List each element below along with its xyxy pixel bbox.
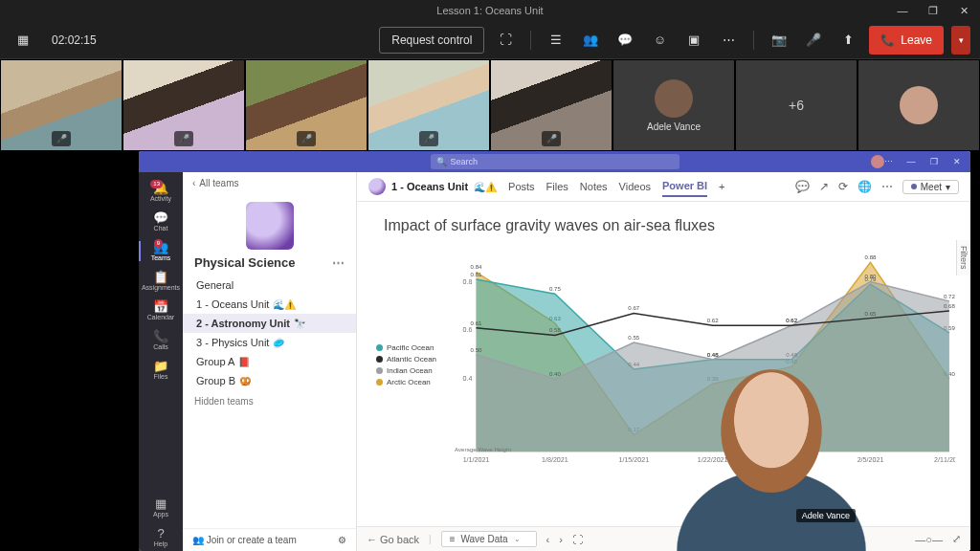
svg-text:1/8/2021: 1/8/2021 <box>542 456 568 464</box>
close-icon[interactable]: ✕ <box>951 0 976 21</box>
channel-item[interactable]: 2 - Astronomy Unit 🔭 <box>183 314 356 333</box>
svg-text:0.84: 0.84 <box>471 263 482 270</box>
filters-pane-toggle[interactable]: Filters <box>956 240 970 276</box>
tab-globe-icon[interactable]: 🌐 <box>858 180 872 193</box>
report-footer: ← Go back | ≡ Wave Data ⌄ ‹ › ⛶ —○— ⤢ <box>357 526 970 551</box>
participant-tile[interactable]: 🎤 <box>491 60 612 150</box>
channel-item[interactable]: 3 - Physics Unit 🥏 <box>183 333 356 352</box>
grid-view-icon[interactable]: ▦ <box>10 27 36 54</box>
avatar <box>655 79 693 118</box>
participant-tile[interactable]: 🎤 <box>246 60 367 150</box>
camera-icon[interactable]: 📷 <box>766 27 792 54</box>
mic-indicator-icon: 🎤 <box>52 131 71 146</box>
rail-item-calendar[interactable]: 📅Calendar <box>139 297 183 324</box>
more-icon[interactable]: ⋯ <box>715 27 742 54</box>
inner-maximize-icon[interactable]: ❐ <box>924 151 944 172</box>
leave-button[interactable]: 📞 Leave <box>869 26 944 55</box>
participant-tile[interactable]: 🎤 <box>123 60 244 150</box>
legend-item: Indian Ocean <box>376 366 449 375</box>
meet-button[interactable]: Meet ▾ <box>902 180 959 194</box>
add-tab-button[interactable]: + <box>719 177 724 196</box>
zoom-slider-icon[interactable]: —○— <box>915 534 943 545</box>
svg-text:1/15/2021: 1/15/2021 <box>618 456 649 464</box>
prev-page-button[interactable]: ‹ <box>546 534 550 545</box>
channel-item[interactable]: General <box>183 276 356 295</box>
tab-posts[interactable]: Posts <box>508 177 535 196</box>
next-page-button[interactable]: › <box>559 534 563 545</box>
svg-text:1/29/2021: 1/29/2021 <box>776 456 807 464</box>
participant-tile-named[interactable]: Adele Vance <box>613 60 734 150</box>
inner-close-icon[interactable]: ✕ <box>947 151 967 172</box>
participant-tile[interactable]: 🎤 <box>1 60 122 150</box>
app-rail: 🔔13Activity💬Chat👥9Teams📋Assignments📅Cale… <box>139 172 183 551</box>
svg-text:0.62: 0.62 <box>786 317 797 323</box>
share-icon[interactable]: ⬆ <box>835 27 861 54</box>
team-name-header[interactable]: Physical Science⋯ <box>183 253 356 276</box>
svg-text:0.67: 0.67 <box>628 304 639 311</box>
fullscreen-icon[interactable]: ⤢ <box>952 533 961 545</box>
legend-item: Atlantic Ocean <box>376 355 449 364</box>
participant-name: Adele Vance <box>647 121 701 132</box>
powerbi-report: Impact of surface gravity waves on air-s… <box>357 202 970 526</box>
chart-legend: Pacific OceanAtlantic OceanIndian OceanA… <box>372 252 449 477</box>
mic-indicator-icon: 🎤 <box>174 131 193 146</box>
participant-tile[interactable]: 🎤 <box>368 60 489 150</box>
rooms-icon[interactable]: ▣ <box>680 27 707 54</box>
chat-icon[interactable]: 💬 <box>612 27 638 54</box>
rail-item-teams[interactable]: 👥9Teams <box>139 237 183 265</box>
rail-item-chat[interactable]: 💬Chat <box>139 208 183 235</box>
rail-item-apps[interactable]: ▦Apps <box>139 494 183 521</box>
svg-text:0.48: 0.48 <box>707 351 719 358</box>
go-back-button[interactable]: ← Go back <box>367 534 419 545</box>
manage-teams-icon[interactable]: ⚙ <box>338 535 346 545</box>
all-teams-link[interactable]: ‹ All teams <box>183 172 356 194</box>
tab-power-bi[interactable]: Power BI <box>662 176 707 197</box>
channel-item[interactable]: 1 - Oceans Unit 🌊⚠️ <box>183 295 356 314</box>
tab-expand-icon[interactable]: ↗ <box>819 180 829 193</box>
channel-item[interactable]: Group A 📕 <box>183 352 356 371</box>
rail-item-files[interactable]: 📁Files <box>139 356 183 384</box>
legend-item: Arctic Ocean <box>376 378 449 386</box>
tab-chat-icon[interactable]: 💬 <box>795 180 810 193</box>
svg-text:0.50: 0.50 <box>471 346 482 353</box>
join-create-team-link[interactable]: 👥 Join or create a team <box>192 535 297 545</box>
people-icon[interactable]: 👥 <box>577 27 604 54</box>
participant-overflow-tile[interactable]: +6 <box>736 60 857 150</box>
legend-item: Pacific Ocean <box>376 343 449 352</box>
inner-search-input[interactable]: 🔍 Search <box>431 154 679 169</box>
stop-presenting-icon[interactable]: ⛶ <box>492 27 519 54</box>
rail-item-help[interactable]: ?Help <box>139 523 183 551</box>
svg-text:0.8: 0.8 <box>463 278 473 286</box>
hidden-teams-link[interactable]: Hidden teams <box>183 390 356 412</box>
participant-self-tile[interactable] <box>858 60 979 150</box>
rail-item-assignments[interactable]: 📋Assignments <box>139 267 183 295</box>
tab-videos[interactable]: Videos <box>619 177 651 196</box>
maximize-icon[interactable]: ❐ <box>921 0 946 21</box>
tab-files[interactable]: Files <box>546 177 568 196</box>
chart-canvas: 0.840.630.170.380.450.880.400.810.750.44… <box>449 252 955 477</box>
inner-nine-dots-icon[interactable]: ⋯ <box>879 151 898 172</box>
mic-icon[interactable]: 🎤 <box>800 27 827 54</box>
report-page-tab[interactable]: ≡ Wave Data ⌄ <box>441 531 537 547</box>
shared-teams-window: 🔍 Search ⋯ — ❐ ✕ 🔔13Activity💬Chat👥9Teams… <box>139 151 970 551</box>
rail-item-calls[interactable]: 📞Calls <box>139 326 183 354</box>
channel-avatar-icon <box>368 178 386 195</box>
request-control-button[interactable]: Request control <box>379 27 484 54</box>
team-more-icon[interactable]: ⋯ <box>332 255 345 270</box>
minimize-icon[interactable]: — <box>890 0 915 21</box>
tab-more-icon[interactable]: ⋯ <box>881 180 893 193</box>
inner-minimize-icon[interactable]: — <box>902 151 921 172</box>
svg-text:0.4: 0.4 <box>463 375 473 383</box>
svg-text:0.6: 0.6 <box>463 326 473 334</box>
tab-notes[interactable]: Notes <box>580 177 608 196</box>
list-icon[interactable]: ☰ <box>543 27 569 54</box>
svg-text:Average Wave Height: Average Wave Height <box>455 446 511 452</box>
tab-refresh-icon[interactable]: ⟳ <box>838 180 848 193</box>
fit-page-icon[interactable]: ⛶ <box>572 534 583 545</box>
reactions-icon[interactable]: ☺ <box>646 27 673 54</box>
leave-menu-button[interactable]: ▾ <box>951 26 970 55</box>
channel-item[interactable]: Group B 🥨 <box>183 371 356 390</box>
window-titlebar: Lesson 1: Oceans Unit — ❐ ✕ <box>0 0 980 21</box>
team-avatar[interactable] <box>246 202 294 250</box>
rail-item-activity[interactable]: 🔔13Activity <box>139 178 183 206</box>
